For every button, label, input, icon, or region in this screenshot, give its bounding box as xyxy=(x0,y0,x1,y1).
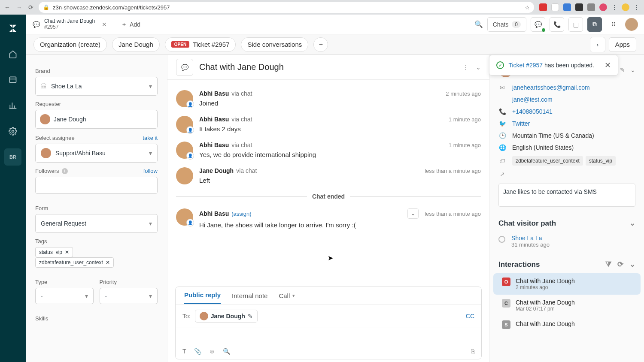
url-bar[interactable]: 🔒 z3n-showcase.zendesk.com/agent/tickets… xyxy=(39,2,534,13)
reporting-icon[interactable] xyxy=(4,97,21,114)
conversation-icon[interactable]: 💬 xyxy=(176,59,193,76)
add-tab-button[interactable]: ＋ Add xyxy=(114,21,147,28)
edit-icon[interactable]: ✎ xyxy=(620,66,625,73)
apps-button[interactable]: Apps xyxy=(609,37,636,52)
attachment-icon[interactable]: 📎 xyxy=(194,348,201,355)
remove-icon[interactable]: ✕ xyxy=(106,259,110,265)
back-icon[interactable]: ← xyxy=(4,4,10,11)
remove-icon[interactable]: ✕ xyxy=(65,249,69,255)
profile-avatar-icon[interactable] xyxy=(622,3,629,11)
interaction-item[interactable]: O Chat with Jane Dough2 minutes ago xyxy=(493,273,641,295)
ticket-tab[interactable]: OPEN Ticket #2957 xyxy=(165,37,236,52)
assign-link[interactable]: (assign) xyxy=(231,211,251,217)
priority-label: Priority xyxy=(100,279,158,285)
extension-abp-icon[interactable] xyxy=(539,3,547,11)
close-icon[interactable]: ✕ xyxy=(605,60,611,70)
logo-icon[interactable] xyxy=(4,20,21,37)
user-notes-textarea[interactable]: Jane likes to be contacted via SMS xyxy=(498,184,635,207)
brand-select[interactable]: 🏛 Shoe La La ▾ xyxy=(35,77,158,96)
followers-label: Followers xyxy=(35,168,59,174)
current-user-avatar[interactable] xyxy=(625,18,638,31)
timeline-dot-icon xyxy=(498,236,505,243)
tag-chip[interactable]: zdbetafeature_user_context✕ xyxy=(35,257,114,268)
admin-icon[interactable] xyxy=(4,123,21,140)
add-context-button[interactable]: ＋ xyxy=(313,37,328,52)
skills-label: Skills xyxy=(35,315,158,322)
form-select[interactable]: General Request ▾ xyxy=(35,214,158,233)
text-format-icon[interactable]: T xyxy=(182,348,186,355)
workspace-tab[interactable]: 💬 Chat with Jane Dough #2957 ✕ xyxy=(26,15,114,34)
interaction-item[interactable]: S Chat with Jane Dough xyxy=(493,316,641,333)
chevron-down-icon[interactable]: ⌄ xyxy=(476,64,481,71)
twitter-link[interactable]: Twitter xyxy=(512,120,530,127)
star-icon[interactable]: ☆ xyxy=(525,4,530,11)
visitor-path-heading: Chat visitor path xyxy=(498,219,556,228)
avatar: 👤 xyxy=(176,208,193,226)
tag-chip[interactable]: status_vip✕ xyxy=(35,247,73,257)
info-icon[interactable]: i xyxy=(62,168,68,174)
take-it-link[interactable]: take it xyxy=(143,135,158,141)
macro-icon[interactable]: ⎘ xyxy=(471,348,474,355)
chrome-more-icon[interactable]: ⋮ xyxy=(634,4,640,11)
reload-icon[interactable]: ⟳ xyxy=(28,4,33,11)
ticket-comment: 👤 Abhi Basu (assign) ⌄ less than a minut… xyxy=(176,204,481,233)
close-icon[interactable]: ✕ xyxy=(102,21,107,28)
cc-button[interactable]: CC xyxy=(466,313,474,320)
assignee-label: Select assignee xyxy=(35,135,75,141)
status-badge-open: OPEN xyxy=(171,41,189,48)
url-text: z3n-showcase.zendesk.com/agent/tickets/2… xyxy=(53,4,170,11)
chats-button[interactable]: Chats 0 xyxy=(487,17,526,32)
workspace-badge[interactable]: BR xyxy=(4,148,21,166)
tab-public-reply[interactable]: Public reply xyxy=(184,291,221,304)
side-conversations-tab[interactable]: Side conversations xyxy=(241,37,308,52)
phone-icon[interactable]: 📞 xyxy=(550,17,564,32)
home-icon[interactable] xyxy=(4,45,21,63)
chevron-right-icon[interactable]: › xyxy=(590,37,605,52)
tab-internal-note[interactable]: Internal note xyxy=(232,291,267,304)
extension-icon[interactable] xyxy=(587,3,595,11)
search-icon[interactable]: 🔍 xyxy=(474,20,483,28)
extension-icon[interactable] xyxy=(551,3,559,11)
emoji-icon[interactable]: ☺ xyxy=(209,348,215,355)
requester-input[interactable]: Jane Dough xyxy=(35,110,158,129)
user-context-panel: Jane Dough ✎ ⌄ ✉janeheartsshoes@gmail.co… xyxy=(489,55,644,362)
user-tab[interactable]: Jane Dough xyxy=(112,37,160,52)
globe-icon: 🌐 xyxy=(498,144,506,151)
followers-input[interactable] xyxy=(35,177,158,194)
more-icon[interactable]: ⋮ xyxy=(463,64,469,71)
search-kb-icon[interactable]: 🔍 xyxy=(223,348,230,355)
layout-icon[interactable]: ◫ xyxy=(568,17,583,32)
extension-icon[interactable] xyxy=(563,3,571,11)
chevron-down-icon[interactable]: ⌄ xyxy=(629,219,635,228)
phone-link[interactable]: +14088050141 xyxy=(512,108,553,115)
forward-icon[interactable]: → xyxy=(16,4,22,11)
chevron-down-icon[interactable]: ⌄ xyxy=(630,66,635,73)
email-link[interactable]: jane@test.com xyxy=(512,96,553,103)
avatar: 👤 xyxy=(176,142,193,159)
recipient-chip[interactable]: Jane Dough ✎ xyxy=(195,310,258,323)
tab-call[interactable]: Call▾ xyxy=(279,291,295,304)
email-link[interactable]: janeheartsshoes@gmail.com xyxy=(512,84,590,91)
priority-select[interactable]: -▾ xyxy=(100,288,158,304)
interaction-item[interactable]: C Chat with Jane DoughMar 02 07:17 pm xyxy=(493,295,641,316)
toast-ticket-link[interactable]: Ticket #2957 xyxy=(508,62,543,69)
extension-icon[interactable] xyxy=(575,3,583,11)
chrome-menu-icon[interactable]: ⋮ xyxy=(611,4,617,11)
reply-textarea[interactable] xyxy=(176,328,481,344)
org-tab[interactable]: Organization (create) xyxy=(33,37,107,52)
refresh-icon[interactable]: ⟳ xyxy=(617,260,623,269)
visitor-path-item[interactable]: Shoe La La 31 minutes ago xyxy=(490,232,644,254)
views-icon[interactable] xyxy=(4,71,21,88)
filter-icon[interactable]: ⧩ xyxy=(605,260,611,269)
apps-grid-icon[interactable]: ⠿ xyxy=(606,17,621,32)
tags-container[interactable]: status_vip✕ zdbetafeature_user_context✕ xyxy=(35,247,158,268)
follow-link[interactable]: follow xyxy=(143,168,158,174)
extension-icon[interactable] xyxy=(599,3,607,11)
type-select[interactable]: -▾ xyxy=(35,288,94,304)
assignee-select[interactable]: Support/Abhi Basu ▾ xyxy=(35,144,158,163)
edit-icon[interactable]: ✎ xyxy=(248,313,253,320)
chevron-down-icon[interactable]: ⌄ xyxy=(629,260,635,269)
group-icon[interactable]: ⧉ xyxy=(587,17,602,32)
comment-menu-button[interactable]: ⌄ xyxy=(407,208,419,219)
conversations-icon[interactable]: 💬 xyxy=(531,17,545,32)
